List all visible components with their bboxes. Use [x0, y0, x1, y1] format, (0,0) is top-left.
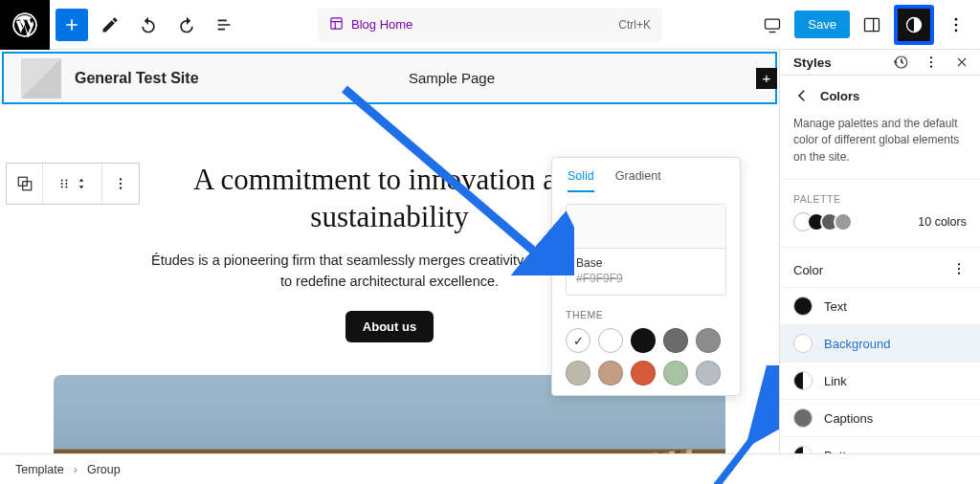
custom-color-field[interactable]: Base #F9F9F9 — [566, 204, 726, 296]
about-button[interactable]: About us — [345, 311, 434, 342]
svg-rect-3 — [865, 18, 880, 31]
editor-topbar: Blog Home Ctrl+K Save — [0, 0, 980, 50]
theme-swatch[interactable] — [696, 328, 721, 353]
theme-swatch[interactable] — [631, 361, 656, 385]
site-header-block[interactable]: General Test Site Sample Page + — [2, 52, 777, 104]
close-sidebar-button[interactable] — [949, 50, 974, 75]
svg-point-24 — [930, 61, 932, 63]
settings-panel-button[interactable] — [856, 9, 888, 41]
color-name: Base — [576, 256, 716, 270]
color-item-label: Text — [824, 299, 847, 314]
view-button[interactable] — [756, 9, 789, 41]
undo-button[interactable] — [132, 9, 165, 41]
svg-point-7 — [955, 29, 958, 32]
color-item-swatch — [793, 371, 813, 390]
contrast-icon — [904, 15, 924, 34]
styles-sidebar: Styles Colors Manage palettes and the de… — [779, 50, 980, 484]
color-item-label: Link — [824, 374, 847, 388]
chevron-right-icon: › — [74, 463, 78, 476]
color-item-label: Captions — [824, 411, 873, 426]
site-logo-placeholder[interactable] — [21, 58, 61, 99]
site-title[interactable]: General Test Site — [75, 70, 199, 87]
color-item-swatch — [793, 297, 813, 316]
save-button[interactable]: Save — [794, 11, 850, 38]
close-icon — [954, 55, 969, 70]
sidebar-description: Manage palettes and the default color of… — [780, 116, 980, 180]
pencil-icon — [100, 15, 120, 34]
theme-swatch[interactable] — [598, 328, 623, 353]
breadcrumb-root[interactable]: Template — [15, 463, 64, 476]
dots-vertical-icon — [924, 55, 939, 70]
color-section-label: Color — [793, 263, 823, 277]
theme-swatch[interactable] — [566, 361, 590, 385]
color-item-text[interactable]: Text — [780, 287, 980, 324]
palette-dot — [834, 212, 853, 231]
sidebar-icon — [862, 15, 881, 34]
svg-rect-2 — [766, 19, 780, 29]
color-item-background[interactable]: Background — [780, 324, 980, 362]
undo-icon — [139, 15, 158, 34]
dots-vertical-icon — [947, 15, 966, 34]
color-swatch-preview — [567, 205, 725, 249]
sidebar-back-colors[interactable]: Colors — [780, 76, 980, 116]
theme-swatch[interactable] — [696, 361, 721, 385]
wordpress-icon — [12, 12, 37, 37]
redo-icon — [177, 15, 196, 34]
theme-swatches: ✓ — [566, 328, 726, 385]
history-icon — [892, 54, 909, 71]
dots-vertical-icon — [951, 261, 967, 276]
color-item-label: Background — [824, 337, 890, 351]
svg-point-26 — [958, 263, 960, 265]
edit-mode-button[interactable] — [94, 9, 126, 41]
color-item-captions[interactable]: Captions — [780, 399, 980, 436]
more-menu-button[interactable] — [940, 9, 972, 41]
svg-point-6 — [955, 23, 958, 26]
breadcrumb[interactable]: Template › Group — [0, 453, 980, 484]
template-icon — [329, 16, 344, 33]
svg-point-27 — [958, 268, 960, 270]
block-inserter-button[interactable] — [56, 9, 88, 41]
color-hex: #F9F9F9 — [576, 272, 716, 285]
color-section-more[interactable] — [951, 261, 967, 279]
document-title-bar[interactable]: Blog Home Ctrl+K — [318, 8, 662, 42]
wp-logo-button[interactable] — [0, 0, 50, 50]
editor-canvas[interactable]: General Test Site Sample Page + A commit… — [0, 50, 779, 484]
document-title-label: Blog Home — [351, 17, 412, 32]
svg-point-5 — [955, 17, 958, 20]
theme-swatch[interactable] — [663, 328, 688, 353]
svg-point-28 — [958, 273, 960, 275]
plus-icon — [62, 15, 81, 34]
color-item-swatch — [793, 334, 813, 353]
sidebar-subtitle: Colors — [820, 89, 859, 103]
redo-button[interactable] — [170, 9, 203, 41]
svg-rect-1 — [331, 17, 342, 28]
sidebar-more-button[interactable] — [919, 50, 944, 75]
append-block-button[interactable]: + — [756, 68, 777, 89]
color-item-link[interactable]: Link — [780, 362, 980, 399]
revisions-button[interactable] — [888, 50, 913, 75]
listview-button[interactable] — [209, 9, 241, 41]
color-item-swatch — [793, 408, 813, 428]
nav-sample-page[interactable]: Sample Page — [409, 70, 495, 86]
theme-section-label: THEME — [566, 309, 726, 320]
color-popover: Solid Gradient Base #F9F9F9 THEME ✓ — [551, 157, 741, 396]
theme-swatch[interactable] — [663, 361, 688, 385]
palette-count: 10 colors — [918, 215, 967, 229]
theme-swatch[interactable] — [598, 361, 623, 385]
breadcrumb-leaf[interactable]: Group — [87, 463, 121, 476]
command-shortcut-label: Ctrl+K — [618, 18, 651, 32]
tab-solid[interactable]: Solid — [568, 169, 594, 192]
svg-point-25 — [930, 66, 932, 68]
chevron-left-icon — [793, 87, 811, 104]
desktop-icon — [763, 15, 782, 34]
theme-swatch[interactable]: ✓ — [566, 328, 590, 353]
palette-row[interactable]: 10 colors — [780, 212, 980, 248]
palette-preview-dots — [793, 212, 853, 231]
theme-swatch[interactable] — [631, 328, 656, 353]
tab-gradient[interactable]: Gradient — [615, 169, 661, 192]
styles-toggle-button[interactable] — [898, 9, 930, 41]
list-icon — [214, 14, 235, 35]
svg-point-23 — [930, 56, 932, 58]
styles-toggle-highlight — [894, 5, 934, 45]
sidebar-title: Styles — [793, 55, 832, 70]
